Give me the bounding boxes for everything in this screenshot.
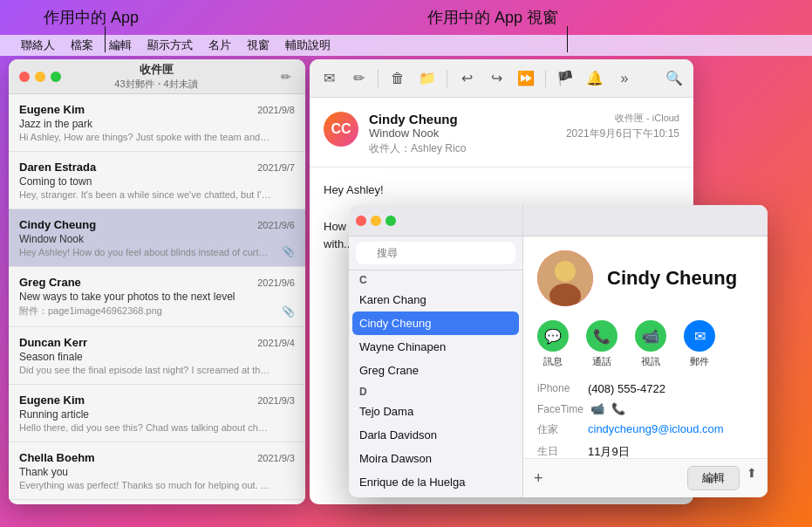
edit-contact-button[interactable]: 編輯 <box>687 466 740 490</box>
mail-sender: Duncan Kerr <box>19 336 87 349</box>
mail-sender: Greg Crane <box>19 276 81 289</box>
mail-item[interactable]: Daren Estrada 2021/9/7 Coming to town He… <box>9 152 305 209</box>
mail-item-header: Daren Estrada 2021/9/7 <box>19 161 295 174</box>
compose-icon[interactable]: ✏ <box>277 68 295 86</box>
close-button[interactable] <box>19 72 30 82</box>
email-label: 住家 <box>537 422 581 437</box>
email-header-top: CC Cindy Cheung Window Nook 收件人：Ashley R… <box>324 112 679 156</box>
menu-contacts[interactable]: 聯絡人 <box>14 36 62 55</box>
mail-date: 2021/9/3 <box>257 395 295 406</box>
email-mailbox: 收件匣 - iCloud <box>566 112 679 125</box>
reply-all-icon[interactable]: ↪ <box>484 66 508 91</box>
mail-subject: Window Nook <box>19 233 295 245</box>
contacts-zoom-btn[interactable] <box>386 216 396 226</box>
mail-date: 2021/9/4 <box>257 338 295 348</box>
mail-item[interactable]: Cindy Cheung 2021/9/6 Window Nook Hey As… <box>9 209 305 267</box>
mail-preview: Hey, stranger. It's been a while since w… <box>19 189 272 200</box>
mail-item-header: Eugene Kim 2021/9/8 <box>19 103 295 116</box>
video-action-icon: 📹 <box>635 320 666 352</box>
more-icon[interactable]: » <box>612 66 637 91</box>
mail-item[interactable]: Eugene Kim 2021/9/3 Running article Hell… <box>9 385 305 442</box>
email-date: 2021年9月6日下午10:15 <box>566 127 679 141</box>
contact-list-item[interactable]: Greg Crane <box>349 359 522 382</box>
mail-item[interactable]: Chella Boehm 2021/9/3 Thank you Everythi… <box>9 442 305 500</box>
contacts-detail-titlebar <box>523 205 768 236</box>
action-mail-btn[interactable]: ✉ 郵件 <box>684 320 715 368</box>
mail-subject: Jazz in the park <box>19 118 295 130</box>
mail-preview: Hey Ashley! How do you feel about blinds… <box>19 247 272 257</box>
contacts-list-scroll: CKaren ChangCindy CheungWayne ChinapenGr… <box>349 270 522 497</box>
contacts-minimize-btn[interactable] <box>371 216 381 226</box>
notify-icon[interactable]: 🔔 <box>583 66 607 91</box>
contacts-list-panel: 🔍 CKaren ChangCindy CheungWayne Chinapen… <box>349 205 523 497</box>
menu-edit[interactable]: 編輯 <box>102 36 139 55</box>
menu-window[interactable]: 視窗 <box>240 36 276 55</box>
action-message-btn[interactable]: 💬 訊息 <box>537 320 569 368</box>
mail-subtitle: 43封郵件・4封未讀 <box>66 78 246 91</box>
email-date-area: 收件匣 - iCloud 2021年9月6日下午10:15 <box>566 112 679 141</box>
contact-list-item[interactable]: Darla Davidson <box>349 423 522 447</box>
mail-subject: Season finale <box>19 351 295 363</box>
add-contact-icon[interactable]: + <box>534 469 543 488</box>
attachment-icon: 📎 <box>282 245 295 257</box>
mail-titlebar: 收件匣 43封郵件・4封未讀 ✏ <box>9 59 305 94</box>
mail-item-header: Cindy Cheung 2021/9/6 <box>19 218 295 231</box>
mail-action-icon: ✉ <box>684 320 715 352</box>
mail-item[interactable]: Duncan Kerr 2021/9/4 Season finale Did y… <box>9 327 305 385</box>
share-contact-icon[interactable]: ⬆ <box>747 466 757 490</box>
compose-icon[interactable]: ✏ <box>346 66 371 91</box>
contact-actions: 💬 訊息 📞 通話 📹 視訊 ✉ 郵件 <box>537 320 754 368</box>
message-action-icon: 💬 <box>537 320 569 352</box>
contact-list-item[interactable]: Enrique de la Huelga <box>349 470 522 494</box>
mail-preview: Hi Ashley, How are things? Just spoke wi… <box>19 132 272 142</box>
reply-icon[interactable]: ↩ <box>454 66 479 91</box>
facetime-video-icon[interactable]: 📹 <box>590 402 604 415</box>
birthday-label: 生日 <box>537 444 581 458</box>
mail-item[interactable]: Eugene Kim 2021/9/8 Jazz in the park Hi … <box>9 94 305 152</box>
contact-list-item[interactable]: Karen Chang <box>349 288 522 311</box>
menu-card[interactable]: 名片 <box>201 36 238 55</box>
contact-list-item[interactable]: Tejo Dama <box>349 400 522 423</box>
zoom-button[interactable] <box>51 72 61 82</box>
action-video-btn[interactable]: 📹 視訊 <box>635 320 666 368</box>
mail-date: 2021/9/6 <box>257 220 295 230</box>
menu-file[interactable]: 檔案 <box>64 36 100 55</box>
email-header: CC Cindy Cheung Window Nook 收件人：Ashley R… <box>310 98 693 168</box>
mail-item[interactable]: Greg Crane 2021/9/6 New ways to take you… <box>9 267 305 327</box>
contact-list-item[interactable]: Moira Dawson <box>349 447 522 470</box>
contact-list-item[interactable]: Cindy Cheung <box>352 311 519 335</box>
mail-subject: Thank you <box>19 466 295 478</box>
mail-subject: Running article <box>19 408 295 421</box>
delete-icon[interactable]: 🗑 <box>386 66 410 91</box>
action-call-btn[interactable]: 📞 通話 <box>586 320 618 368</box>
move-icon[interactable]: 📁 <box>415 66 440 91</box>
mail-sender: Eugene Kim <box>19 103 85 116</box>
mail-item-header: Greg Crane 2021/9/6 <box>19 276 295 289</box>
contact-list-item[interactable]: Wayne Chinapen <box>349 335 522 359</box>
facetime-label: FaceTime <box>537 403 583 415</box>
mail-list[interactable]: Eugene Kim 2021/9/8 Jazz in the park Hi … <box>9 94 305 504</box>
section-header-c: C <box>349 270 522 288</box>
email-row: 住家 cindycheung9@icloud.com <box>537 422 754 437</box>
contact-profile-section: Cindy Cheung <box>537 250 754 306</box>
contact-detail-body: Cindy Cheung 💬 訊息 📞 通話 📹 視訊 ✉ 郵件 <box>523 236 768 458</box>
sender-avatar: CC <box>324 112 358 147</box>
contact-list-item[interactable]: Anuj Desai <box>349 494 522 497</box>
section-header-d: D <box>349 382 522 400</box>
mail-action-label: 郵件 <box>690 355 709 368</box>
email-value[interactable]: cindycheung9@icloud.com <box>588 422 754 437</box>
menu-view[interactable]: 顯示方式 <box>140 36 200 55</box>
forward-icon[interactable]: ⏩ <box>514 66 538 91</box>
contacts-search-input[interactable] <box>356 242 515 264</box>
archive-icon[interactable]: ✉ <box>317 66 341 91</box>
minimize-button[interactable] <box>35 72 45 82</box>
facetime-audio-icon[interactable]: 📞 <box>611 402 625 415</box>
phone-value[interactable]: (408) 555-4722 <box>588 382 754 395</box>
mail-window: 收件匣 43封郵件・4封未讀 ✏ Eugene Kim 2021/9/8 Jaz… <box>9 59 305 504</box>
flag-icon[interactable]: 🏴 <box>553 66 577 91</box>
menu-help[interactable]: 輔助說明 <box>278 36 338 55</box>
toolbar-separator2 <box>447 70 447 87</box>
search-icon[interactable]: 🔍 <box>662 66 686 91</box>
email-subject: Window Nook <box>369 127 556 140</box>
contacts-close-btn[interactable] <box>356 216 366 226</box>
